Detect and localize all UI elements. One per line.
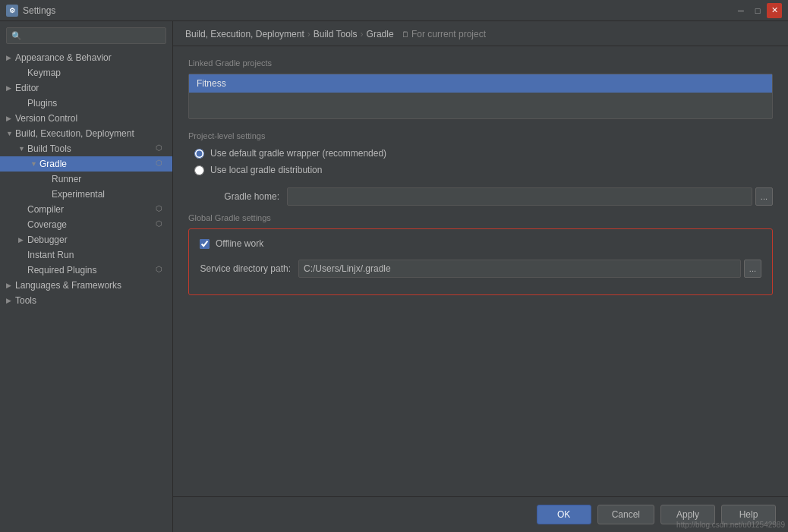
sidebar-item-label: Keymap: [27, 68, 166, 78]
arrow-icon: ▶: [6, 115, 15, 122]
close-button[interactable]: ✕: [767, 3, 782, 18]
sidebar-item-label: Gradle: [39, 159, 154, 169]
offline-work-row: Offline work: [200, 238, 761, 249]
sidebar: 🔍 ▶ Appearance & Behavior Keymap ▶ Edito…: [0, 21, 173, 532]
edit-icon: ⬡: [156, 219, 166, 230]
arrow-icon: ▼: [30, 160, 39, 168]
linked-projects-box: Fitness: [188, 74, 773, 119]
minimize-button[interactable]: ─: [733, 3, 749, 18]
sidebar-item-label: Experimental: [52, 189, 166, 200]
sidebar-item-plugins[interactable]: Plugins: [0, 96, 172, 111]
gradle-home-input-wrap: ...: [287, 187, 773, 206]
sidebar-item-runner[interactable]: Runner: [0, 172, 172, 187]
linked-projects-label: Linked Gradle projects: [188, 58, 773, 68]
offline-work-checkbox[interactable]: [200, 239, 210, 249]
search-input[interactable]: [25, 30, 161, 41]
breadcrumb-part-1: Build, Execution, Deployment: [185, 29, 304, 39]
global-settings-label: Global Gradle settings: [188, 213, 773, 222]
app-icon: ⚙: [6, 5, 18, 17]
arrow-icon: ▼: [18, 145, 27, 153]
content-area: Build, Execution, Deployment › Build Too…: [173, 21, 788, 532]
radio-default-wrapper[interactable]: [194, 149, 204, 159]
project-level-label: Project-level settings: [188, 131, 773, 140]
service-dir-input[interactable]: [298, 260, 741, 278]
sidebar-item-label: Compiler: [27, 204, 154, 215]
radio-group: Use default gradle wrapper (recommended)…: [188, 148, 773, 175]
sidebar-item-label: Languages & Frameworks: [15, 280, 166, 291]
sidebar-item-required-plugins[interactable]: Required Plugins ⬡: [0, 263, 172, 278]
sidebar-item-editor[interactable]: ▶ Editor: [0, 80, 172, 96]
arrow-icon: ▼: [6, 130, 15, 137]
sidebar-item-label: Build, Execution, Deployment: [15, 128, 166, 139]
radio-row-default-wrapper: Use default gradle wrapper (recommended): [194, 148, 773, 159]
breadcrumb: Build, Execution, Deployment › Build Too…: [173, 21, 788, 46]
linked-project-item[interactable]: Fitness: [189, 74, 772, 93]
edit-icon: ⬡: [156, 204, 166, 215]
sidebar-item-instant-run[interactable]: Instant Run: [0, 247, 172, 263]
sidebar-item-label: Plugins: [27, 98, 166, 109]
arrow-icon: ▶: [6, 84, 15, 92]
window-title: Settings: [23, 5, 55, 16]
arrow-icon: ▶: [6, 282, 15, 289]
breadcrumb-part-2: Build Tools: [314, 29, 358, 39]
sidebar-item-debugger[interactable]: ▶ Debugger: [0, 232, 172, 247]
service-dir-input-wrap: ...: [298, 260, 761, 278]
sidebar-item-appearance[interactable]: ▶ Appearance & Behavior: [0, 50, 172, 65]
radio-label-local-distribution: Use local gradle distribution: [210, 165, 322, 175]
cancel-button[interactable]: Cancel: [597, 505, 654, 524]
radio-label-default-wrapper: Use default gradle wrapper (recommended): [210, 148, 386, 159]
global-settings-box: Offline work Service directory path: ...: [188, 228, 773, 295]
offline-work-label: Offline work: [216, 238, 263, 249]
project-tag: 🗒 For current project: [402, 29, 486, 39]
sidebar-item-label: Required Plugins: [27, 265, 154, 275]
breadcrumb-sep-2: ›: [361, 29, 364, 39]
edit-icon: ⬡: [156, 265, 166, 275]
radio-local-distribution[interactable]: [194, 165, 204, 175]
breadcrumb-sep-1: ›: [307, 29, 310, 39]
sidebar-item-label: Version Control: [15, 113, 166, 124]
sidebar-item-version-control[interactable]: ▶ Version Control: [0, 111, 172, 126]
sidebar-item-label: Debugger: [27, 235, 166, 245]
sidebar-item-keymap[interactable]: Keymap: [0, 65, 172, 80]
watermark: http://blog.csdn.net/u012542989: [676, 521, 785, 529]
content-body: Linked Gradle projects Fitness Project-l…: [173, 46, 788, 496]
edit-icon: ⬡: [156, 159, 166, 169]
service-dir-label: Service directory path:: [200, 263, 291, 274]
sidebar-item-label: Instant Run: [27, 250, 166, 260]
sidebar-item-experimental[interactable]: Experimental: [0, 187, 172, 202]
gradle-home-row: Gradle home: ...: [188, 187, 773, 206]
edit-icon: ⬡: [156, 143, 166, 154]
arrow-icon: ▶: [6, 297, 15, 304]
window-controls: ─ □ ✕: [733, 3, 782, 18]
search-icon: 🔍: [11, 31, 22, 41]
arrow-icon: ▶: [6, 54, 15, 61]
sidebar-item-build-tools[interactable]: ▼ Build Tools ⬡: [0, 141, 172, 156]
radio-row-local-distribution: Use local gradle distribution: [194, 165, 773, 175]
service-dir-row: Service directory path: ...: [200, 260, 761, 278]
search-box[interactable]: 🔍: [6, 27, 166, 44]
sidebar-item-label: Build Tools: [27, 143, 154, 154]
main-layout: 🔍 ▶ Appearance & Behavior Keymap ▶ Edito…: [0, 21, 788, 532]
service-dir-browse-button[interactable]: ...: [744, 260, 761, 278]
maximize-button[interactable]: □: [750, 3, 765, 18]
ok-button[interactable]: OK: [537, 505, 591, 524]
arrow-icon: ▶: [18, 236, 27, 244]
sidebar-item-label: Tools: [15, 295, 166, 306]
sidebar-item-label: Coverage: [27, 219, 154, 230]
sidebar-item-tools[interactable]: ▶ Tools: [0, 293, 172, 308]
gradle-home-input[interactable]: [287, 187, 752, 206]
sidebar-item-languages[interactable]: ▶ Languages & Frameworks: [0, 278, 172, 293]
gradle-home-browse-button[interactable]: ...: [755, 187, 773, 206]
sidebar-item-compiler[interactable]: Compiler ⬡: [0, 202, 172, 217]
sidebar-item-label: Editor: [15, 83, 166, 93]
title-bar: ⚙ Settings ─ □ ✕: [0, 0, 788, 21]
sidebar-item-coverage[interactable]: Coverage ⬡: [0, 217, 172, 232]
sidebar-item-gradle[interactable]: ▼ Gradle ⬡: [0, 156, 172, 172]
sidebar-item-build-execution[interactable]: ▼ Build, Execution, Deployment: [0, 126, 172, 141]
sidebar-item-label: Appearance & Behavior: [15, 52, 166, 63]
gradle-home-label: Gradle home:: [188, 191, 279, 202]
sidebar-item-label: Runner: [52, 174, 166, 184]
breadcrumb-part-3: Gradle: [367, 29, 394, 39]
